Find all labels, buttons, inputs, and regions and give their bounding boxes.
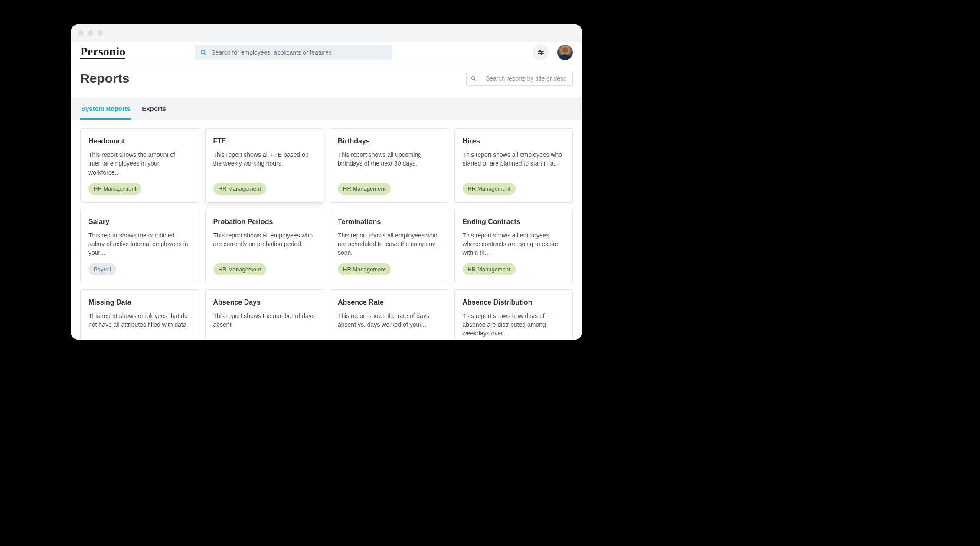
report-tag: HR Management — [338, 183, 391, 195]
page-header: Reports — [71, 63, 582, 98]
report-card-absence-days[interactable]: Absence Days This report shows the numbe… — [205, 289, 324, 340]
report-card-hires[interactable]: Hires This report shows all employees wh… — [454, 128, 573, 203]
report-card-description: This report shows all employees who are … — [213, 231, 316, 257]
window-control-maximize[interactable] — [98, 30, 103, 36]
page-title: Reports — [80, 71, 129, 86]
report-card-title: Absence Days — [213, 299, 316, 306]
svg-rect-5 — [541, 52, 542, 54]
report-card-description: This report shows all upcoming birthdays… — [338, 150, 440, 177]
report-card-title: Hires — [463, 137, 565, 145]
report-card-description: This report shows all employees who are … — [338, 231, 440, 257]
svg-line-7 — [474, 79, 476, 81]
svg-line-1 — [205, 53, 206, 55]
tab-system-reports[interactable]: System Reports — [80, 99, 131, 120]
report-tag: HR Management — [88, 183, 141, 195]
svg-rect-4 — [539, 50, 541, 52]
report-card-title: Absence Distribution — [463, 299, 565, 306]
report-tag: HR Management — [213, 183, 266, 195]
search-icon — [470, 75, 477, 81]
report-tag: HR Management — [463, 183, 516, 195]
report-card-salary[interactable]: Salary This report shows the combined sa… — [80, 209, 199, 283]
report-search-input[interactable] — [480, 72, 572, 85]
report-card-probation-periods[interactable]: Probation Periods This report shows all … — [205, 209, 324, 283]
report-card-description: This report shows all employees whose co… — [463, 231, 565, 257]
report-card-description: This report shows employees that do not … — [88, 312, 191, 338]
app-window: Personio Reports System Reports Exports … — [71, 24, 582, 340]
report-card-ending-contracts[interactable]: Ending Contracts This report shows all e… — [454, 209, 573, 283]
report-tag: HR Management — [338, 263, 391, 275]
report-card-title: FTE — [213, 137, 316, 145]
settings-button[interactable] — [533, 45, 549, 60]
window-control-minimize[interactable] — [88, 30, 93, 36]
window-control-close[interactable] — [78, 30, 84, 36]
sliders-icon — [537, 49, 544, 56]
search-icon — [200, 49, 207, 56]
report-card-terminations[interactable]: Terminations This report shows all emplo… — [330, 209, 448, 283]
report-card-absence-distribution[interactable]: Absence Distribution This report shows h… — [454, 289, 573, 340]
report-card-title: Missing Data — [88, 299, 191, 306]
global-search[interactable] — [195, 45, 392, 60]
report-card-title: Ending Contracts — [463, 218, 565, 226]
report-tag: HR Management — [463, 263, 516, 275]
report-card-title: Terminations — [338, 218, 440, 226]
report-card-description: This report shows the rate of days absen… — [338, 312, 440, 338]
topbar: Personio — [71, 42, 582, 63]
report-search[interactable] — [466, 71, 573, 86]
report-tag: HR Management — [213, 263, 266, 275]
report-search-icon-wrap — [467, 72, 480, 85]
report-card-title: Salary — [88, 218, 191, 226]
report-card-absence-rate[interactable]: Absence Rate This report shows the rate … — [330, 289, 448, 340]
report-card-description: This report shows how days of absence ar… — [463, 312, 565, 338]
report-card-missing-data[interactable]: Missing Data This report shows employees… — [80, 289, 199, 340]
report-card-description: This report shows the amount of internal… — [88, 150, 191, 177]
report-card-title: Absence Rate — [338, 299, 440, 306]
report-card-title: Birthdays — [338, 137, 440, 145]
report-card-description: This report shows all employees who star… — [463, 150, 565, 177]
report-card-description: This report shows the combined salary of… — [88, 231, 191, 257]
logo[interactable]: Personio — [80, 46, 125, 59]
svg-point-0 — [201, 50, 205, 54]
tabs: System Reports Exports — [71, 98, 582, 120]
report-card-birthdays[interactable]: Birthdays This report shows all upcoming… — [330, 128, 448, 203]
report-card-fte[interactable]: FTE This report shows all FTE based on t… — [205, 128, 324, 203]
global-search-input[interactable] — [211, 49, 387, 56]
window-titlebar — [71, 24, 582, 42]
avatar[interactable] — [557, 45, 573, 60]
report-card-description: This report shows all FTE based on the w… — [213, 150, 316, 177]
report-tag: Payroll — [88, 263, 116, 275]
tab-exports[interactable]: Exports — [141, 99, 167, 120]
report-grid: Headcount This report shows the amount o… — [71, 120, 582, 340]
report-card-title: Headcount — [88, 137, 191, 145]
svg-point-6 — [471, 76, 475, 80]
report-card-description: This report shows the number of days abs… — [213, 312, 316, 338]
report-card-headcount[interactable]: Headcount This report shows the amount o… — [80, 128, 199, 203]
report-card-title: Probation Periods — [213, 218, 316, 226]
